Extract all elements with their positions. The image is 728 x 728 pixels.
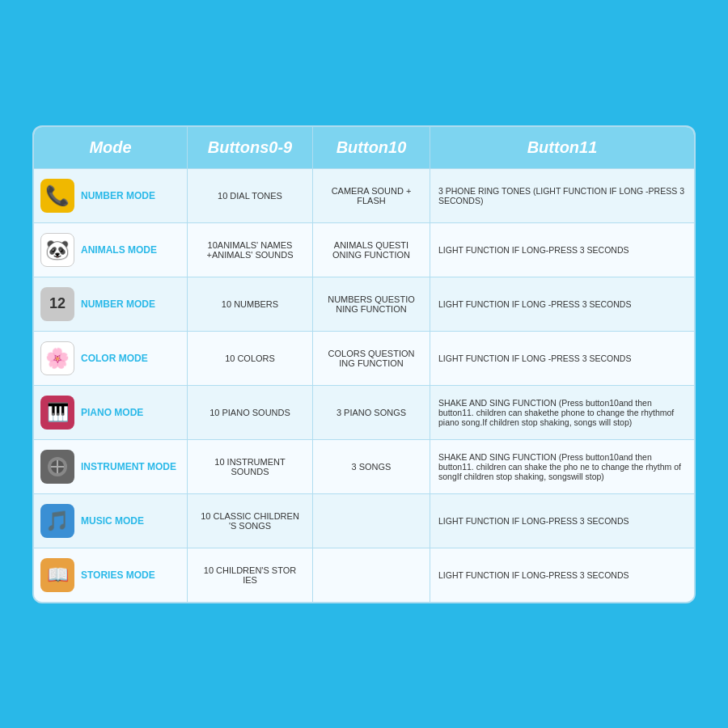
buttons09-cell-2: 10 NUMBERS [188,277,313,331]
mode-label-0: NUMBER MODE [81,190,155,201]
header-button11: Button11 [430,127,694,168]
table-row: INSTRUMENT MODE 10 INSTRUMENT SOUNDS 3 S… [34,439,694,493]
button10-cell-2: NUMBERS QUESTIO NING FUNCTION [313,277,430,331]
mode-label-4: PIANO MODE [81,407,143,418]
table-row: 🐼 ANIMALS MODE 10ANIMALS' NAMES +ANIMALS… [34,222,694,277]
mode-cell-4: 🎹 PIANO MODE [34,386,188,439]
mode-cell-1: 🐼 ANIMALS MODE [34,223,188,277]
table-row: 🎵 MUSIC MODE 10 CLASSIC CHILDREN 'S SONG… [34,493,694,548]
buttons09-cell-3: 10 COLORS [188,332,313,385]
main-table: Mode Buttons0-9 Button10 Button11 📞 NUMB… [32,125,696,603]
mode-icon-6: 🎵 [40,504,74,538]
mode-cell-7: 📖 STORIES MODE [34,548,188,602]
mode-icon-5 [40,450,74,484]
mode-icon-4: 🎹 [40,396,74,430]
buttons09-cell-4: 10 PIANO SOUNDS [188,386,313,439]
mode-cell-2: 12 NUMBER MODE [34,277,188,331]
mode-icon-7: 📖 [40,558,74,592]
mode-label-7: STORIES MODE [81,569,155,581]
button11-cell-5: SHAKE AND SING FUNCTION (Press button10a… [430,440,694,493]
button10-cell-7 [313,548,430,602]
buttons09-cell-5: 10 INSTRUMENT SOUNDS [188,440,313,493]
table-row: 12 NUMBER MODE 10 NUMBERS NUMBERS QUESTI… [34,277,694,331]
buttons09-cell-7: 10 CHILDREN'S STOR IES [188,548,313,602]
mode-label-6: MUSIC MODE [81,515,144,527]
buttons09-cell-0: 10 DIAL TONES [188,169,313,222]
button10-cell-3: COLORS QUESTION ING FUNCTION [313,332,430,385]
table-row: 📞 NUMBER MODE 10 DIAL TONES CAMERA SOUND… [34,168,694,222]
table-header: Mode Buttons0-9 Button10 Button11 [34,127,694,168]
mode-icon-2: 12 [40,287,74,321]
button11-cell-2: LIGHT FUNCTION IF LONG -PRESS 3 SECONDS [430,277,694,331]
mode-cell-3: 🌸 COLOR MODE [34,332,188,385]
mode-cell-0: 📞 NUMBER MODE [34,169,188,222]
button11-cell-6: LIGHT FUNCTION IF LONG-PRESS 3 SECONDS [430,494,694,548]
buttons09-cell-6: 10 CLASSIC CHILDREN 'S SONGS [188,494,313,548]
button10-cell-6 [313,494,430,548]
button10-cell-4: 3 PIANO SONGS [313,386,430,439]
button11-cell-0: 3 PHONE RING TONES (LIGHT FUNCTION IF LO… [430,169,694,222]
mode-cell-5: INSTRUMENT MODE [34,440,188,493]
mode-icon-1: 🐼 [40,233,74,267]
mode-label-2: NUMBER MODE [81,298,155,310]
header-button10: Button10 [313,127,430,168]
button11-cell-3: LIGHT FUNCTION IF LONG -PRESS 3 SECONDS [430,332,694,385]
buttons09-cell-1: 10ANIMALS' NAMES +ANIMALS' SOUNDS [188,223,313,277]
header-mode: Mode [34,127,188,168]
mode-icon-3: 🌸 [40,341,74,375]
mode-label-1: ANIMALS MODE [81,244,157,256]
mode-icon-0: 📞 [40,179,74,213]
mode-label-3: COLOR MODE [81,353,148,364]
button10-cell-0: CAMERA SOUND + FLASH [313,169,430,222]
button10-cell-5: 3 SONGS [313,440,430,493]
mode-cell-6: 🎵 MUSIC MODE [34,494,188,548]
mode-label-5: INSTRUMENT MODE [81,461,176,472]
button10-cell-1: ANIMALS QUESTI ONING FUNCTION [313,223,430,277]
button11-cell-7: LIGHT FUNCTION IF LONG-PRESS 3 SECONDS [430,548,694,602]
button11-cell-4: SHAKE AND SING FUNCTION (Press button10a… [430,386,694,439]
button11-cell-1: LIGHT FUNCTION IF LONG-PRESS 3 SECONDS [430,223,694,277]
table-row: 🌸 COLOR MODE 10 COLORS COLORS QUESTION I… [34,331,694,385]
table-body: 📞 NUMBER MODE 10 DIAL TONES CAMERA SOUND… [34,168,694,602]
table-row: 🎹 PIANO MODE 10 PIANO SOUNDS 3 PIANO SON… [34,385,694,439]
table-row: 📖 STORIES MODE 10 CHILDREN'S STOR IES LI… [34,548,694,602]
header-buttons09: Buttons0-9 [188,127,313,168]
